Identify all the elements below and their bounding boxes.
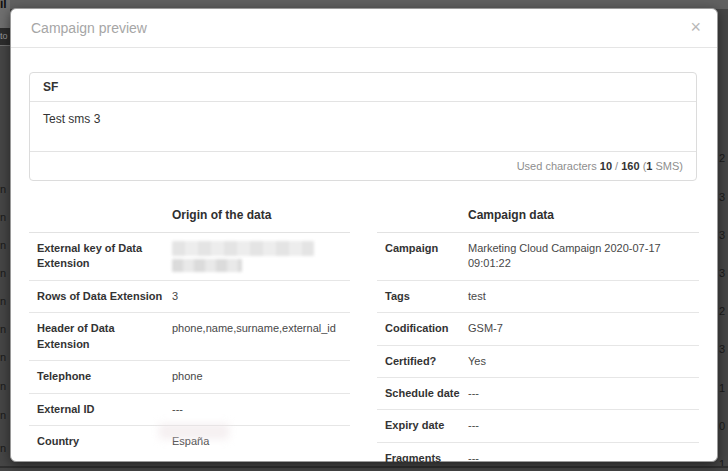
row-label: Tags [377,281,468,312]
sms-preview-panel: SF Test sms 3 Used characters 10 / 160 (… [29,72,697,181]
modal-title: Campaign preview [31,20,147,36]
redacted-value [172,259,242,272]
background-text-fragment: n [0,183,10,195]
background-text-fragment: 2 [719,305,728,317]
campaign-preview-modal: Campaign preview × SF Test sms 3 Used ch… [10,8,718,462]
row-label: Codification [377,313,468,344]
row-value: Marketing Cloud Campaign 2020-07-17 09:0… [468,233,699,280]
redacted-smudge [159,424,229,439]
row-label: Telephone [29,361,172,392]
redacted-value [172,241,314,256]
background-text-fragment: n [0,351,10,363]
background-text-fragment: 2 [719,152,728,164]
table-row: Schedule date--- [377,378,699,410]
character-counter: Used characters 10 / 160 (1 SMS) [30,151,696,180]
counter-total: 160 [621,160,639,172]
table-rows: CampaignMarketing Cloud Campaign 2020-07… [377,233,699,471]
background-text-fragment: 3 [719,229,728,241]
table-row: CodificationGSM-7 [377,313,699,345]
row-value: --- [172,394,350,425]
counter-prefix: Used characters [517,160,600,172]
row-label: Schedule date [377,378,468,409]
background-text-fragment: n [0,409,10,421]
row-label: Fragments [377,443,468,471]
table-row: Certified?Yes [377,346,699,378]
row-value: phone,name,surname,external_id [172,313,350,360]
detail-tables: Origin of the data External key of Data … [29,208,699,471]
table-row: Telephonephone [29,361,350,393]
table-row: Expiry date--- [377,410,699,442]
sms-message-text: Test sms 3 [30,102,696,151]
row-label: Header of Data Extension [29,313,172,360]
background-text-fragment: 1 [719,382,728,394]
row-value: phone [172,361,350,392]
row-value: test [468,281,699,312]
counter-used: 10 [600,160,612,172]
close-icon[interactable]: × [690,18,701,36]
row-value: Yes [468,346,699,377]
background-text-fragment: to [0,28,10,45]
table-row: Header of Data Extensionphone,name,surna… [29,313,350,361]
background-text-fragment: n [0,295,10,307]
table-row: CampaignMarketing Cloud Campaign 2020-07… [377,233,699,281]
row-value: --- [468,410,699,441]
background-text-fragment: 3 [719,191,728,203]
row-label: Expiry date [377,410,468,441]
row-value [172,233,350,280]
campaign-data-table: Campaign data CampaignMarketing Cloud Ca… [377,208,699,471]
sms-sender-label: SF [30,73,696,102]
counter-separator: / [612,160,621,172]
row-value: GSM-7 [468,313,699,344]
table-row: Fragments--- [377,443,699,471]
background-text-fragment: n [0,323,10,335]
row-value: 3 [172,281,350,312]
row-label: Rows of Data Extension [29,281,172,312]
table-row: Rows of Data Extension3 [29,281,350,313]
background-text-fragment: n [0,211,10,223]
row-value: --- [468,443,699,471]
row-value: --- [468,378,699,409]
row-label: Certified? [377,346,468,377]
background-text-fragment: 3 [719,267,728,279]
counter-sms-suffix: SMS) [652,160,683,172]
table-row: Tagstest [377,281,699,313]
background-text-fragment: 3 [719,343,728,355]
table-row: External key of Data Extension [29,233,350,281]
table-row: External ID--- [29,394,350,426]
row-label: Campaign [377,233,468,280]
background-text-fragment: n [0,239,10,251]
background-text-fragment: il [0,0,10,11]
background-text-fragment: n [0,267,10,279]
background-text-fragment: 1 [719,458,728,470]
table-title: Origin of the data [29,208,350,233]
row-label: Country [29,426,172,457]
background-text-fragment: n [0,380,10,392]
table-title: Campaign data [377,208,699,233]
background-text-fragment: 0 [719,420,728,432]
background-text-fragment: n [0,442,10,454]
modal-header: Campaign preview × [11,9,717,48]
row-label: External ID [29,394,172,425]
row-label: External key of Data Extension [29,233,172,280]
